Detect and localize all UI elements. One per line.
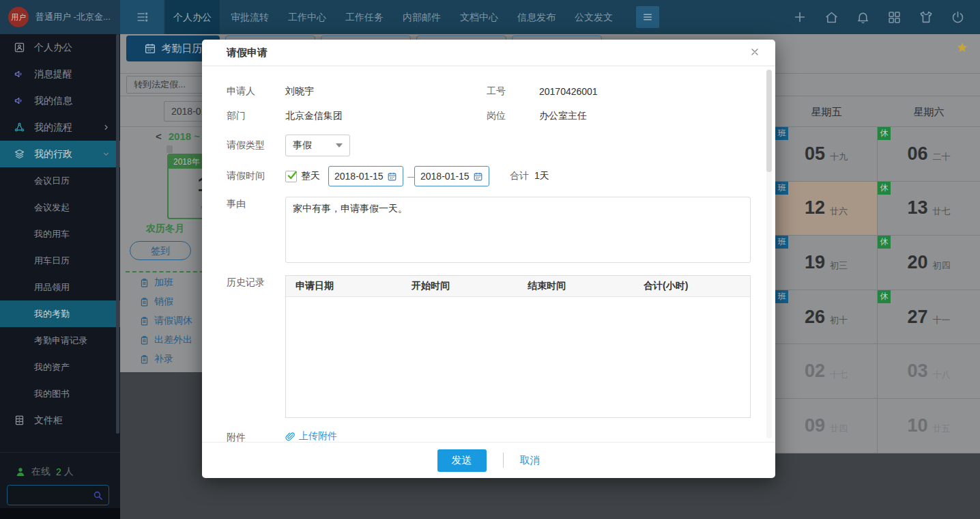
search-icon[interactable] — [92, 490, 104, 501]
work-day-badge: 班 — [775, 290, 788, 303]
app-window: 用户 普通用户 -北京金... 个人办公 审批流转 工作中心 工作任务 内部邮件… — [0, 0, 980, 519]
mini-calendar-nav[interactable]: <2018 ~ — [156, 130, 200, 142]
dialog-header: 请假申请 — [202, 40, 775, 66]
calendar-day-cell[interactable]: 休20初四 — [878, 236, 980, 290]
day-number: 19 — [805, 252, 825, 273]
calendar-day-cell[interactable]: 休06二十 — [878, 127, 980, 182]
send-button[interactable]: 发送 — [437, 449, 487, 472]
upload-attachment-link[interactable]: 上传附件 — [285, 430, 337, 443]
lunar-label: 初四 — [933, 260, 951, 272]
form-row-department: 部门 北京金信集团 岗位 办公室主任 — [227, 110, 751, 122]
nav-item-work-center[interactable]: 工作中心 — [280, 0, 334, 34]
nav-item-info-publish[interactable]: 信息发布 — [509, 0, 564, 34]
day-number: 20 — [907, 252, 927, 273]
sidebar-subitem-my-books[interactable]: 我的图书 — [0, 380, 120, 407]
online-label: 在线 — [31, 466, 51, 478]
day-number: 13 — [907, 197, 927, 219]
calendar-day-cell[interactable]: 休27十一 — [878, 290, 980, 345]
sidebar-scrollbar[interactable] — [116, 34, 119, 434]
sidebar-subitem-meeting-calendar[interactable]: 会议日历 — [0, 167, 120, 194]
mini-slider-handle[interactable] — [167, 145, 173, 153]
footer-divider — [503, 453, 504, 468]
nav-item-personal-office[interactable]: 个人办公 — [165, 0, 220, 34]
sign-in-button[interactable]: 签到 — [130, 241, 191, 260]
form-row-leave-type: 请假类型 事假 — [227, 135, 751, 156]
dept-label: 部门 — [227, 110, 285, 122]
prev-arrow[interactable]: < — [156, 130, 162, 142]
sidebar-item-personal-office[interactable]: 个人办公 — [0, 34, 120, 61]
holiday-filter-select[interactable]: 转到法定假... — [126, 76, 212, 94]
nav-item-official-docs[interactable]: 公文发文 — [566, 0, 621, 34]
home-icon[interactable] — [824, 10, 839, 25]
end-date-input[interactable]: 2018-01-15 — [414, 166, 489, 186]
sidebar-item-message-alerts[interactable]: 消息提醒 — [0, 61, 120, 87]
favorite-star-icon[interactable] — [955, 41, 969, 55]
sidebar-subitem-my-attendance[interactable]: 我的考勤 — [0, 300, 120, 327]
quick-link-overtime[interactable]: 加班 — [139, 273, 192, 292]
start-date-value: 2018-01-15 — [334, 171, 384, 182]
dialog-footer: 发送 取消 — [202, 442, 775, 478]
nav-item-document-center[interactable]: 文档中心 — [452, 0, 506, 34]
plus-icon[interactable] — [792, 10, 807, 25]
sidebar-item-label: 我的行政 — [34, 148, 72, 159]
quick-link-label: 请假调休 — [154, 315, 192, 327]
caret-down-icon — [336, 143, 343, 148]
sidebar-subitem-vehicle-calendar[interactable]: 用车日历 — [0, 247, 120, 274]
nav-more-button[interactable] — [636, 6, 659, 28]
sidebar-item-label: 个人办公 — [34, 42, 72, 53]
calendar-day-cell[interactable]: 班26初十 — [775, 290, 878, 345]
calendar-day-cell-othermonth[interactable]: 03十八 — [878, 344, 980, 399]
sidebar-subitem-my-vehicle[interactable]: 我的用车 — [0, 221, 120, 247]
start-date-input[interactable]: 2018-01-15 — [328, 166, 403, 186]
calendar-day-cell-othermonth[interactable]: 10廿五 — [878, 399, 980, 453]
online-user-icon — [15, 466, 26, 477]
nav-item-work-tasks[interactable]: 工作任务 — [337, 0, 392, 34]
calendar-day-cell[interactable]: 班05十九 — [775, 127, 878, 182]
lunar-label: 十八 — [933, 369, 951, 381]
sidebar-subitem-meeting-start[interactable]: 会议发起 — [0, 194, 120, 221]
sidebar-item-file-cabinet[interactable]: 文件柜 — [0, 407, 120, 434]
sidebar-item-my-info[interactable]: 我的信息 — [0, 87, 120, 114]
avatar[interactable]: 用户 — [8, 7, 29, 27]
sidebar-search[interactable] — [7, 485, 109, 505]
quick-link-business-out[interactable]: 出差外出 — [139, 331, 192, 350]
nav-item-internal-mail[interactable]: 内部邮件 — [394, 0, 449, 34]
dialog-title: 请假申请 — [227, 40, 268, 66]
sidebar: 个人办公 消息提醒 我的信息 我的流程 我的行政 会议日历 会议发起 我的用车 … — [0, 34, 120, 519]
sidebar-item-label: 我的信息 — [34, 95, 72, 106]
quick-link-makeup[interactable]: 补录 — [139, 350, 192, 369]
user-segment[interactable]: 用户 普通用户 -北京金... — [0, 0, 120, 34]
calendar-icon[interactable] — [387, 171, 397, 182]
power-icon[interactable] — [951, 10, 965, 25]
close-icon[interactable] — [749, 46, 760, 57]
dialog-scrollbar-thumb[interactable] — [766, 70, 772, 172]
sidebar-collapse-button[interactable] — [120, 0, 164, 34]
cancel-button[interactable]: 取消 — [520, 454, 541, 467]
reason-textarea[interactable]: 家中有事，申请事假一天。 — [285, 197, 751, 263]
dialog-scrollbar[interactable] — [766, 70, 772, 438]
search-input[interactable] — [12, 487, 89, 505]
sidebar-subitem-supplies[interactable]: 用品领用 — [0, 274, 120, 300]
allday-checkbox[interactable] — [285, 171, 297, 182]
online-unit: 人 — [64, 466, 74, 478]
calendar-day-cell-selected[interactable]: 班12廿六 — [775, 182, 878, 236]
day-number: 06 — [907, 143, 927, 165]
calendar-day-cell-othermonth[interactable]: 02十七 — [775, 344, 878, 399]
apps-icon[interactable] — [887, 10, 902, 25]
menu-icon — [642, 11, 654, 23]
quick-link-cancel-leave[interactable]: 销假 — [139, 292, 192, 311]
calendar-day-cell-othermonth[interactable]: 09廿四 — [775, 399, 878, 453]
sidebar-subitem-my-assets[interactable]: 我的资产 — [0, 354, 120, 380]
col-end-time: 结束时间 — [518, 280, 634, 292]
bell-icon[interactable] — [856, 10, 870, 25]
nav-item-approval-flow[interactable]: 审批流转 — [222, 0, 277, 34]
sidebar-subitem-attendance-records[interactable]: 考勤申请记录 — [0, 327, 120, 354]
calendar-icon[interactable] — [473, 171, 483, 182]
quick-link-leave-comp[interactable]: 请假调休 — [139, 311, 192, 331]
calendar-day-cell[interactable]: 班19初三 — [775, 236, 878, 290]
leave-type-select[interactable]: 事假 — [285, 135, 350, 156]
sidebar-item-my-flows[interactable]: 我的流程 — [0, 114, 120, 141]
calendar-day-cell[interactable]: 休13廿七 — [878, 182, 980, 236]
theme-icon[interactable] — [919, 10, 934, 25]
sidebar-item-my-admin[interactable]: 我的行政 — [0, 141, 120, 167]
